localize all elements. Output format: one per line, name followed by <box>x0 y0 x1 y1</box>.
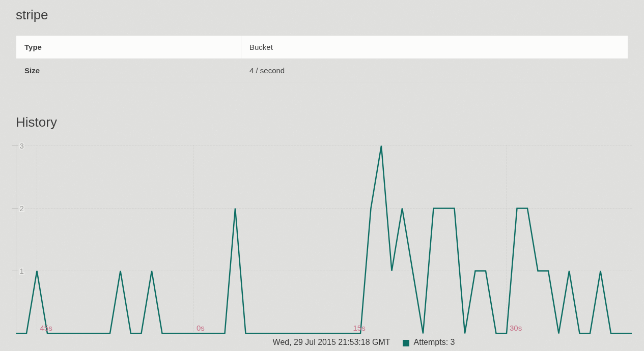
table-row-label: Type <box>16 36 241 59</box>
y-tick-label: 2 <box>20 204 24 213</box>
chart-legend: Wed, 29 Jul 2015 21:53:18 GMT Attempts: … <box>42 337 644 348</box>
legend-swatch <box>403 340 409 346</box>
legend-timestamp: Wed, 29 Jul 2015 21:53:18 GMT <box>273 338 390 347</box>
table-row-value: 4 / second <box>241 59 628 82</box>
table-row-label: Size <box>16 59 241 82</box>
x-tick-label: 0s <box>197 324 205 332</box>
y-tick-label: 1 <box>20 267 24 275</box>
attempts-line <box>16 146 632 334</box>
x-tick-label: 45s <box>40 324 52 332</box>
page-title: stripe <box>16 7 644 23</box>
legend-series-label: Attempts: 3 <box>414 338 455 347</box>
page: stripe Type Bucket Size 4 / second Histo… <box>0 7 644 348</box>
y-tick-label: 3 <box>20 142 24 150</box>
bucket-info-table: Type Bucket Size 4 / second <box>16 35 628 82</box>
history-chart[interactable]: 45s0s15s30s123 Wed, 29 Jul 2015 21:53:18… <box>0 142 644 348</box>
x-tick-label: 15s <box>353 324 366 332</box>
table-row-value: Bucket <box>241 36 628 59</box>
table-row-size: Size 4 / second <box>16 59 628 82</box>
history-chart-svg[interactable]: 45s0s15s30s123 <box>0 142 644 335</box>
history-heading: History <box>16 114 644 130</box>
table-row-type: Type Bucket <box>16 36 628 59</box>
x-tick-label: 30s <box>510 324 522 332</box>
